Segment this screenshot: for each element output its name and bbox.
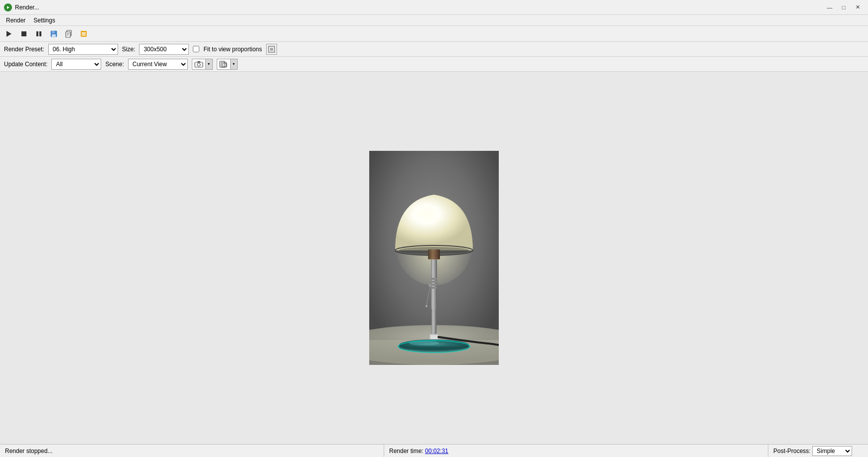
camera-btn-arrow[interactable]: ▾ bbox=[205, 59, 212, 69]
render-status-section: Render stopped... bbox=[0, 445, 384, 457]
scene-select[interactable]: Current View All Views bbox=[128, 59, 188, 70]
title-bar: Render... — □ ✕ bbox=[0, 0, 868, 15]
maximize-button[interactable]: □ bbox=[837, 2, 850, 12]
app-icon bbox=[4, 3, 12, 11]
menu-bar: Render Settings bbox=[0, 15, 868, 26]
post-process-select[interactable]: Simple Advanced None bbox=[812, 446, 852, 456]
svg-rect-3 bbox=[21, 31, 26, 36]
update-content-select[interactable]: All Materials Geometry Lights bbox=[51, 59, 101, 70]
menu-settings[interactable]: Settings bbox=[29, 16, 59, 25]
svg-rect-45 bbox=[432, 309, 436, 334]
svg-point-40 bbox=[426, 305, 428, 307]
svg-rect-33 bbox=[428, 249, 440, 259]
svg-rect-41 bbox=[431, 278, 437, 280]
svg-rect-47 bbox=[431, 335, 437, 339]
window-title: Render... bbox=[15, 4, 39, 11]
render-status-text: Render stopped... bbox=[5, 448, 52, 455]
camera-btn-main[interactable] bbox=[192, 59, 205, 69]
scene-label: Scene: bbox=[105, 61, 124, 68]
lamp-render-svg bbox=[369, 151, 499, 365]
render-time-section: Render time: 00:02:31 bbox=[384, 445, 768, 457]
svg-rect-4 bbox=[36, 31, 38, 36]
render-preset-select[interactable]: 06. High 01. Draft 02. Low 03. Medium 07… bbox=[48, 44, 118, 55]
pause-button[interactable] bbox=[32, 27, 46, 40]
window-controls: — □ ✕ bbox=[823, 2, 864, 12]
render-canvas bbox=[369, 151, 499, 365]
render-time-value: 00:02:31 bbox=[425, 448, 448, 455]
save-button[interactable] bbox=[47, 27, 61, 40]
toolbar bbox=[0, 26, 868, 42]
svg-rect-16 bbox=[82, 33, 86, 34]
stop-button[interactable] bbox=[17, 27, 31, 40]
frames-btn-main[interactable] bbox=[217, 59, 230, 69]
svg-rect-44 bbox=[431, 287, 437, 289]
svg-rect-17 bbox=[82, 35, 86, 36]
status-bar: Render stopped... Render time: 00:02:31 … bbox=[0, 444, 868, 457]
svg-rect-7 bbox=[52, 31, 55, 33]
size-select[interactable]: 300x500 640x480 800x600 1024x768 1920x10… bbox=[139, 44, 189, 55]
render-button[interactable] bbox=[2, 27, 16, 40]
svg-rect-15 bbox=[82, 32, 86, 33]
frames-btn-group[interactable]: ▾ bbox=[217, 59, 238, 70]
close-button[interactable]: ✕ bbox=[851, 2, 864, 12]
svg-rect-42 bbox=[431, 281, 437, 283]
svg-rect-22 bbox=[197, 61, 200, 63]
post-process-label: Post-Process: bbox=[773, 448, 811, 455]
size-label: Size: bbox=[122, 46, 136, 53]
frames-btn-arrow[interactable]: ▾ bbox=[230, 59, 237, 69]
svg-rect-8 bbox=[52, 34, 56, 37]
camera-btn-group[interactable]: ▾ bbox=[192, 59, 213, 70]
svg-rect-19 bbox=[270, 48, 273, 51]
main-render-area bbox=[0, 72, 868, 444]
options-bar-1: Render Preset: 06. High 01. Draft 02. Lo… bbox=[0, 42, 868, 57]
svg-point-21 bbox=[197, 63, 200, 66]
update-content-label: Update Content: bbox=[4, 61, 47, 68]
menu-render[interactable]: Render bbox=[2, 16, 29, 25]
fit-to-view-checkbox[interactable] bbox=[193, 46, 199, 52]
render-time-label: Render time: bbox=[389, 448, 424, 455]
preset-label: Render Preset: bbox=[4, 46, 44, 53]
svg-rect-43 bbox=[431, 284, 437, 286]
options-bar-2: Update Content: All Materials Geometry L… bbox=[0, 57, 868, 72]
post-process-section: Post-Process: Simple Advanced None bbox=[768, 445, 868, 457]
svg-rect-5 bbox=[39, 31, 41, 36]
copy-button[interactable] bbox=[62, 27, 76, 40]
minimize-button[interactable]: — bbox=[823, 2, 836, 12]
fit-to-view-label: Fit to view proportions bbox=[203, 46, 262, 53]
svg-marker-2 bbox=[6, 31, 11, 37]
proportions-icon-btn[interactable] bbox=[266, 44, 277, 55]
settings-button[interactable] bbox=[77, 27, 91, 40]
